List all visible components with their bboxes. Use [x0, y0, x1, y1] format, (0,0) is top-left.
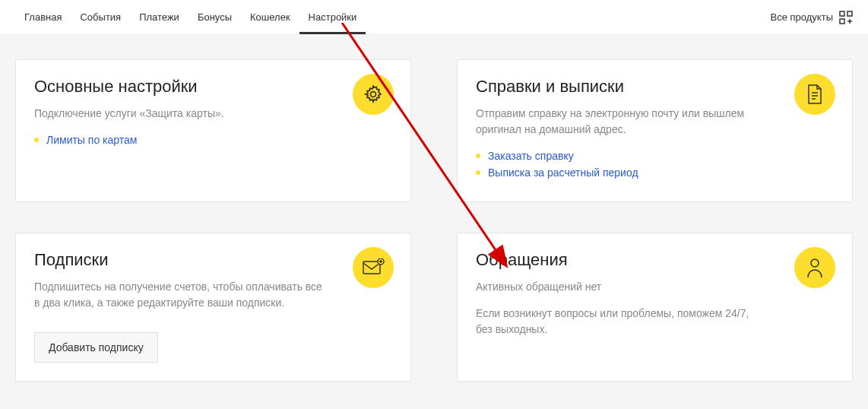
card-requests[interactable]: Обращения Активных обращений нет Если во… — [457, 233, 853, 382]
tab-payments[interactable]: Платежи — [130, 1, 188, 34]
cards-grid: Основные настройки Подключение услуги «З… — [0, 35, 868, 397]
envelope-icon — [353, 247, 394, 288]
link-label: Выписка за расчетный период — [488, 166, 638, 179]
card-title: Основные настройки — [34, 77, 392, 97]
tab-list: Главная События Платежи Бонусы Кошелек Н… — [15, 1, 366, 34]
card-title: Справки и выписки — [476, 77, 834, 97]
tab-bonuses[interactable]: Бонусы — [188, 1, 241, 34]
link-list: Заказать справку Выписка за расчетный пе… — [476, 150, 834, 179]
link-order-statement[interactable]: Заказать справку — [476, 150, 834, 162]
card-subtext: Если возникнут вопросы или проблемы, пом… — [476, 306, 765, 338]
card-main-settings[interactable]: Основные настройки Подключение услуги «З… — [15, 59, 411, 202]
add-subscription-button[interactable]: Добавить подписку — [34, 332, 158, 363]
svg-point-5 — [371, 92, 376, 97]
tab-main[interactable]: Главная — [15, 1, 71, 34]
card-desc: Подпишитесь на получение счетов, чтобы о… — [34, 279, 323, 311]
card-desc: Отправим справку на электронную почту ил… — [476, 106, 765, 138]
link-period-statement[interactable]: Выписка за расчетный период — [476, 166, 834, 179]
tab-events[interactable]: События — [71, 1, 130, 34]
svg-point-13 — [811, 259, 819, 267]
top-navigation: Главная События Платежи Бонусы Кошелек Н… — [0, 0, 868, 35]
card-statements[interactable]: Справки и выписки Отправим справку на эл… — [457, 59, 853, 202]
dot-icon — [476, 154, 480, 158]
link-label: Лимиты по картам — [46, 134, 137, 146]
all-products-link[interactable]: Все продукты — [771, 11, 853, 24]
tab-wallet[interactable]: Кошелек — [241, 1, 299, 34]
svg-rect-2 — [847, 11, 852, 16]
link-list: Лимиты по картам — [34, 134, 392, 146]
link-limits[interactable]: Лимиты по картам — [34, 134, 392, 146]
all-products-label: Все продукты — [771, 11, 833, 23]
svg-rect-9 — [363, 262, 380, 274]
card-desc: Активных обращений нет — [476, 279, 765, 295]
card-subscriptions[interactable]: Подписки Подпишитесь на получение счетов… — [15, 233, 411, 382]
person-icon — [794, 247, 835, 288]
grid-icon — [839, 11, 853, 24]
dot-icon — [34, 138, 39, 142]
svg-rect-0 — [840, 11, 844, 16]
card-title: Подписки — [34, 250, 392, 270]
card-desc: Подключение услуги «Защита карты». — [34, 106, 323, 122]
document-icon — [794, 74, 835, 115]
gear-icon — [353, 74, 394, 115]
svg-rect-1 — [840, 19, 844, 24]
tab-settings[interactable]: Настройки — [299, 1, 366, 34]
link-label: Заказать справку — [488, 150, 574, 162]
card-title: Обращения — [476, 250, 834, 270]
dot-icon — [476, 170, 480, 175]
